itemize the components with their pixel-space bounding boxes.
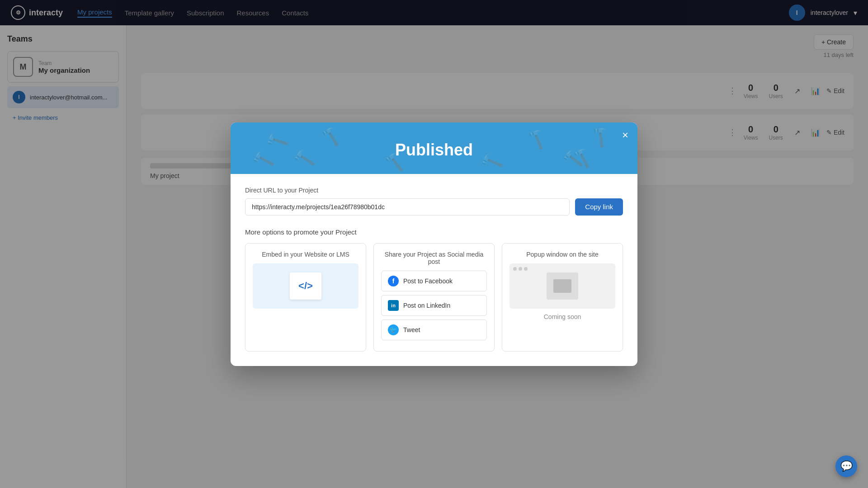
- messenger-icon: 💬: [840, 460, 853, 472]
- popup-inner: [547, 272, 578, 300]
- promote-label: More options to promote your Project: [245, 228, 623, 236]
- embed-card-title: Embed in your Website or LMS: [253, 251, 359, 258]
- facebook-icon: f: [388, 276, 399, 286]
- linkedin-icon: in: [388, 300, 399, 311]
- url-section-label: Direct URL to your Project: [245, 187, 623, 194]
- embed-preview: </>: [253, 263, 359, 309]
- modal-close-button[interactable]: ×: [622, 130, 628, 141]
- modal-header: 🔨 🔨 🔨 🔨 🔨 🔨 🔨 🔨 🔨 🔨 Published ×: [231, 122, 637, 174]
- social-card: Share your Project as Social media post …: [373, 243, 495, 352]
- popup-dot-2: [519, 267, 522, 271]
- embed-box: </>: [290, 272, 321, 300]
- popup-preview: [509, 263, 615, 309]
- twitter-icon: 🐦: [388, 324, 399, 335]
- code-symbol: </>: [298, 280, 313, 292]
- copy-link-button[interactable]: Copy link: [575, 198, 623, 216]
- linkedin-label: Post on LinkedIn: [403, 302, 450, 309]
- modal-body: Direct URL to your Project Copy link Mor…: [231, 174, 637, 366]
- modal-title: Published: [245, 141, 623, 160]
- popup-inner-box: [553, 279, 571, 293]
- post-to-facebook-button[interactable]: f Post to Facebook: [381, 271, 487, 291]
- promote-cards: Embed in your Website or LMS </> Share y…: [245, 243, 623, 352]
- modal-overlay[interactable]: 🔨 🔨 🔨 🔨 🔨 🔨 🔨 🔨 🔨 🔨 Published × Direct U…: [0, 0, 868, 488]
- published-modal: 🔨 🔨 🔨 🔨 🔨 🔨 🔨 🔨 🔨 🔨 Published × Direct U…: [231, 122, 637, 366]
- popup-dot-3: [524, 267, 528, 271]
- url-row: Copy link: [245, 198, 623, 216]
- popup-card-title: Popup window on the site: [509, 251, 615, 258]
- facebook-label: Post to Facebook: [403, 277, 453, 285]
- embed-card: Embed in your Website or LMS </>: [245, 243, 366, 352]
- url-input[interactable]: [245, 198, 570, 216]
- post-on-linkedin-button[interactable]: in Post on LinkedIn: [381, 295, 487, 316]
- popup-dots: [513, 267, 528, 271]
- social-card-title: Share your Project as Social media post: [381, 251, 487, 265]
- tweet-button[interactable]: 🐦 Tweet: [381, 319, 487, 340]
- coming-soon-label: Coming soon: [509, 313, 615, 320]
- popup-card: Popup window on the site Coming soon: [502, 243, 623, 352]
- messenger-bubble[interactable]: 💬: [835, 455, 857, 477]
- popup-dot-1: [513, 267, 517, 271]
- tweet-label: Tweet: [403, 326, 420, 333]
